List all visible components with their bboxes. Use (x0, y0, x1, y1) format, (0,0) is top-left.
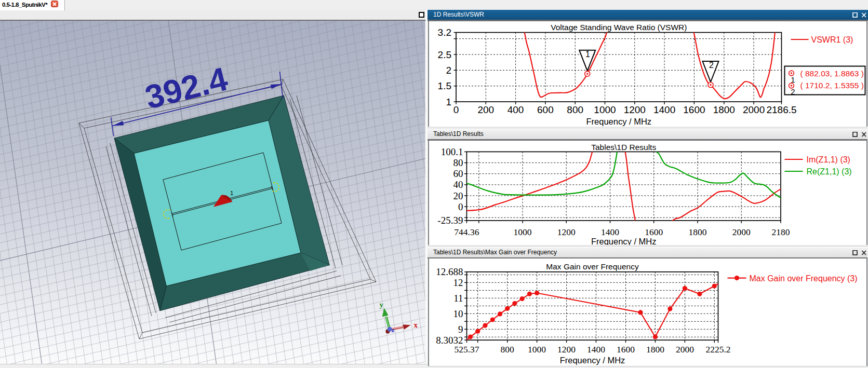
svg-text:2: 2 (709, 60, 714, 69)
svg-text:1: 1 (791, 75, 795, 84)
svg-text:1400: 1400 (587, 344, 605, 355)
svg-text:1800: 1800 (713, 104, 735, 115)
svg-text:12.688: 12.688 (436, 266, 463, 277)
svg-text:Frequency / MHz: Frequency / MHz (586, 117, 651, 126)
svg-text:2225.2: 2225.2 (705, 344, 730, 355)
svg-text:200: 200 (477, 104, 494, 115)
svg-text:600: 600 (537, 104, 554, 115)
svg-text:x: x (414, 321, 418, 329)
svg-text:1400: 1400 (601, 226, 619, 237)
svg-text:1200: 1200 (557, 226, 575, 237)
svg-text:( 1710.2, 1.5355 ): ( 1710.2, 1.5355 ) (800, 81, 863, 90)
svg-text:VSWR1 (3): VSWR1 (3) (811, 35, 853, 44)
svg-text:9: 9 (458, 324, 463, 335)
svg-text:1000: 1000 (513, 226, 531, 237)
svg-text:2180: 2180 (771, 226, 790, 237)
svg-text:Im(Z1,1) (3): Im(Z1,1) (3) (806, 155, 850, 164)
svg-text:1: 1 (446, 96, 451, 107)
svg-text:60: 60 (453, 168, 463, 179)
svg-text:1000: 1000 (594, 104, 616, 115)
svg-text:40: 40 (453, 179, 463, 190)
svg-text:400: 400 (507, 104, 524, 115)
svg-text:100.1: 100.1 (440, 146, 463, 157)
svg-text:80: 80 (453, 157, 463, 168)
svg-text:2.5: 2.5 (437, 49, 451, 60)
svg-text:1200: 1200 (623, 104, 645, 115)
svg-text:12: 12 (453, 277, 463, 288)
svg-text:2000: 2000 (742, 104, 764, 115)
svg-text:-25.39: -25.39 (437, 215, 463, 226)
svg-text:2: 2 (791, 87, 795, 96)
svg-text:1400: 1400 (653, 104, 675, 115)
svg-text:z: z (392, 326, 395, 334)
svg-text:Tables\1D Results: Tables\1D Results (591, 143, 656, 152)
svg-text:Max Gain over Frequency: Max Gain over Frequency (546, 262, 639, 271)
svg-text:1800: 1800 (646, 344, 664, 355)
svg-text:1.5: 1.5 (437, 80, 451, 91)
svg-text:( 882.03, 1.8863 ): ( 882.03, 1.8863 ) (800, 69, 863, 78)
svg-text:2186.5: 2186.5 (766, 104, 796, 115)
svg-text:1: 1 (585, 49, 590, 58)
svg-text:2: 2 (446, 64, 451, 75)
svg-text:Frequency / MHz: Frequency / MHz (591, 237, 656, 245)
svg-text:3.2: 3.2 (437, 27, 451, 38)
svg-text:1800: 1800 (688, 226, 706, 237)
svg-text:1200: 1200 (557, 344, 576, 355)
svg-text:10: 10 (453, 308, 463, 319)
svg-text:Frequency / MHz: Frequency / MHz (559, 356, 625, 365)
svg-text:0: 0 (458, 201, 463, 212)
svg-text:2000: 2000 (675, 344, 693, 355)
svg-text:1000: 1000 (528, 344, 546, 355)
svg-text:1600: 1600 (645, 226, 663, 237)
svg-text:Max Gain over Frequency (3): Max Gain over Frequency (3) (749, 274, 857, 283)
svg-text:800: 800 (500, 344, 514, 355)
svg-text:800: 800 (567, 104, 583, 115)
svg-text:Voltage Standing Wave Ratio (V: Voltage Standing Wave Ratio (VSWR) (551, 22, 687, 31)
svg-text:1600: 1600 (683, 104, 705, 115)
svg-text:20: 20 (453, 190, 463, 201)
svg-text:525.37: 525.37 (454, 344, 479, 355)
svg-text:y: y (380, 301, 384, 309)
svg-text:1600: 1600 (617, 344, 635, 355)
svg-text:1: 1 (230, 190, 233, 196)
svg-text:11: 11 (453, 293, 463, 304)
svg-text:Re(Z1,1) (3): Re(Z1,1) (3) (806, 167, 851, 176)
svg-text:0: 0 (453, 104, 459, 115)
svg-text:744.36: 744.36 (454, 226, 479, 237)
svg-text:2000: 2000 (732, 226, 750, 237)
